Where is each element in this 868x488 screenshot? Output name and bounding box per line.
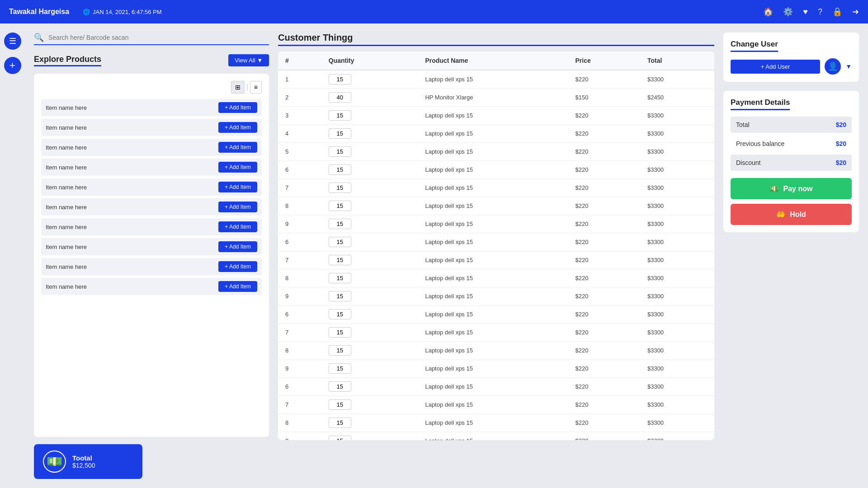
cell-price: $220 — [568, 251, 640, 269]
product-item-name: Item name here — [46, 204, 87, 211]
qty-input[interactable] — [329, 92, 351, 103]
cell-qty — [321, 89, 418, 107]
add-item-button[interactable]: + Add Item — [218, 261, 257, 272]
payment-title: Payment Details — [731, 98, 790, 110]
product-item: Item name here + Add Item — [41, 238, 262, 255]
qty-input[interactable] — [329, 146, 351, 157]
payment-row-label: Previous balance — [736, 140, 784, 147]
cell-total: $3300 — [640, 215, 714, 233]
grid-view-button[interactable]: ⊞ — [231, 81, 245, 94]
cell-qty — [321, 305, 418, 324]
menu-button[interactable]: ☰ — [4, 33, 21, 50]
table-row: 5 Laptop dell xps 15 $220 $3300 — [278, 143, 714, 161]
datetime-text: JAN 14, 2021, 6:47:56 PM — [93, 9, 161, 15]
qty-input[interactable] — [329, 309, 351, 319]
heart-icon[interactable]: ♥ — [803, 7, 808, 17]
product-item: Item name here + Add Item — [41, 258, 262, 275]
add-item-button[interactable]: + Add Item — [218, 122, 257, 133]
product-item: Item name here + Add Item — [41, 119, 262, 136]
product-item-name: Item name here — [46, 104, 87, 111]
product-item-name: Item name here — [46, 184, 87, 191]
payment-row-label: Discount — [736, 159, 760, 166]
cell-qty — [321, 324, 418, 342]
payment-row: Discount $20 — [731, 155, 852, 171]
view-toggle: ⊞ | ≡ — [41, 81, 262, 94]
add-item-button[interactable]: + Add Item — [218, 162, 257, 173]
list-view-button[interactable]: ≡ — [250, 81, 262, 94]
cell-num: 6 — [278, 161, 321, 179]
qty-input[interactable] — [329, 219, 351, 229]
cell-total: $3300 — [640, 161, 714, 179]
qty-input[interactable] — [329, 183, 351, 193]
globe-icon: 🌐 — [83, 9, 90, 15]
qty-input[interactable] — [329, 128, 351, 139]
cell-price: $220 — [568, 161, 640, 179]
col-price: Price — [568, 52, 640, 70]
topnav: Tawakal Hargeisa 🌐 JAN 14, 2021, 6:47:56… — [0, 0, 868, 23]
cell-num: 7 — [278, 396, 321, 414]
cell-qty — [321, 287, 418, 305]
add-item-button[interactable]: + Add Item — [218, 182, 257, 192]
cell-price: $220 — [568, 287, 640, 305]
cell-product: Laptop dell xps 15 — [418, 107, 568, 125]
qty-input[interactable] — [329, 237, 351, 247]
question-icon[interactable]: ? — [818, 7, 822, 17]
table-row: 6 Laptop dell xps 15 $220 $3300 — [278, 378, 714, 396]
product-item: Item name here + Add Item — [41, 159, 262, 176]
qty-input[interactable] — [329, 74, 351, 84]
home-icon[interactable]: 🏠 — [763, 7, 773, 17]
table-row: 7 Laptop dell xps 15 $220 $3300 — [278, 179, 714, 197]
add-button[interactable]: + — [4, 57, 21, 74]
payment-row-value: $20 — [836, 121, 846, 128]
cell-price: $220 — [568, 70, 640, 89]
cell-product: Laptop dell xps 15 — [418, 432, 568, 441]
qty-input[interactable] — [329, 399, 351, 410]
qty-input[interactable] — [329, 381, 351, 392]
cell-total: $3300 — [640, 70, 714, 89]
cell-total: $3300 — [640, 378, 714, 396]
qty-input[interactable] — [329, 273, 351, 283]
dropdown-chevron-icon[interactable]: ▼ — [845, 63, 852, 70]
cell-qty — [321, 342, 418, 360]
view-all-button[interactable]: View All ▼ — [228, 54, 269, 66]
qty-input[interactable] — [329, 418, 351, 428]
cell-num: 9 — [278, 360, 321, 378]
qty-input[interactable] — [329, 345, 351, 356]
add-user-button[interactable]: + Add User — [731, 60, 820, 74]
cell-total: $3300 — [640, 251, 714, 269]
signout-icon[interactable]: ➜ — [852, 7, 859, 17]
add-item-button[interactable]: + Add Item — [218, 241, 257, 252]
gear-icon[interactable]: ⚙️ — [783, 7, 793, 17]
total-value: $12,500 — [72, 462, 95, 469]
add-item-button[interactable]: + Add Item — [218, 281, 257, 292]
qty-input[interactable] — [329, 327, 351, 338]
table-row: 8 Laptop dell xps 15 $220 $3300 — [278, 414, 714, 432]
cell-num: 1 — [278, 70, 321, 89]
payment-row-label: Total — [736, 121, 750, 128]
cell-product: Laptop dell xps 15 — [418, 125, 568, 143]
qty-input[interactable] — [329, 255, 351, 265]
table-row: 4 Laptop dell xps 15 $220 $3300 — [278, 125, 714, 143]
search-input[interactable] — [48, 34, 269, 41]
add-item-button[interactable]: + Add Item — [218, 142, 257, 153]
cell-product: Laptop dell xps 15 — [418, 215, 568, 233]
table-row: 8 Laptop dell xps 15 $220 $3300 — [278, 342, 714, 360]
pay-now-button[interactable]: 💵 Pay now — [731, 178, 852, 199]
qty-input[interactable] — [329, 110, 351, 121]
table-row: 7 Laptop dell xps 15 $220 $3300 — [278, 324, 714, 342]
add-item-button[interactable]: + Add Item — [218, 102, 257, 113]
table-row: 8 Laptop dell xps 15 $220 $3300 — [278, 269, 714, 287]
add-item-button[interactable]: + Add Item — [218, 202, 257, 212]
qty-input[interactable] — [329, 363, 351, 374]
user-avatar-button[interactable]: 👤 — [825, 58, 841, 75]
qty-input[interactable] — [329, 291, 351, 301]
add-item-button[interactable]: + Add Item — [218, 221, 257, 232]
hold-button[interactable]: 🤲 Hold — [731, 204, 852, 225]
product-item: Item name here + Add Item — [41, 178, 262, 196]
lock-icon[interactable]: 🔒 — [832, 7, 842, 17]
qty-input[interactable] — [329, 164, 351, 175]
qty-input[interactable] — [329, 436, 351, 440]
qty-input[interactable] — [329, 201, 351, 211]
cell-qty — [321, 432, 418, 441]
cell-num: 8 — [278, 197, 321, 215]
